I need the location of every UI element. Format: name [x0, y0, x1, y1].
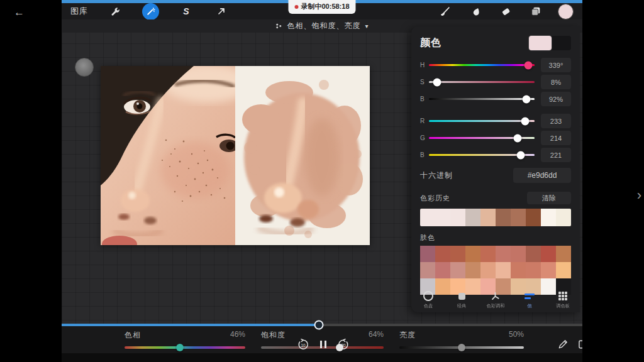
transform-button[interactable] [213, 3, 230, 19]
history-swatch[interactable] [496, 209, 511, 226]
red-slider[interactable] [429, 120, 535, 122]
tab-value[interactable]: 值 [513, 288, 547, 312]
layers-button[interactable] [528, 3, 544, 19]
brightness-adjust-handle[interactable] [458, 344, 465, 351]
skin-swatch[interactable] [556, 262, 571, 278]
transform-arrow-icon [216, 6, 226, 16]
harmony-icon [491, 292, 500, 300]
magic-wand-icon [146, 6, 156, 16]
recording-badge[interactable]: 录制中00:58:18 [288, 0, 355, 14]
selection-button[interactable]: S [178, 3, 194, 19]
brightness-adjust-slider[interactable] [399, 346, 524, 349]
skin-swatch[interactable] [511, 262, 526, 278]
actions-wrench-button[interactable] [107, 3, 123, 19]
history-swatch[interactable] [420, 209, 435, 226]
skin-swatch[interactable] [465, 246, 480, 262]
hue-slider[interactable] [429, 64, 535, 66]
skin-swatch[interactable] [511, 246, 526, 262]
skin-swatch[interactable] [496, 246, 511, 262]
color-history-strip [420, 209, 571, 226]
skin-swatch[interactable] [420, 262, 435, 278]
skin-swatch[interactable] [480, 262, 496, 278]
painted-study [235, 66, 370, 245]
current-color-button[interactable] [558, 4, 574, 19]
skin-swatch[interactable] [556, 246, 571, 262]
selection-s-icon: S [183, 6, 189, 16]
primary-color-swatch[interactable] [529, 36, 552, 50]
blue-value[interactable]: 221 [541, 148, 571, 162]
brightness-value[interactable]: 92% [541, 92, 571, 106]
hue-adjust-value: 46% [230, 330, 245, 341]
tab-classic[interactable]: 经典 [445, 288, 479, 312]
skin-swatch[interactable] [435, 246, 450, 262]
red-value[interactable]: 233 [541, 114, 571, 128]
history-swatch[interactable] [465, 209, 480, 226]
tab-harmony[interactable]: 色彩调和 [479, 288, 513, 312]
history-swatch[interactable] [450, 209, 465, 226]
skin-swatch[interactable] [420, 246, 435, 262]
skin-swatch[interactable] [450, 246, 465, 262]
clear-history-button[interactable]: 清除 [527, 192, 571, 204]
annotate-button[interactable] [557, 339, 569, 350]
brush-button[interactable] [437, 3, 453, 19]
history-swatch[interactable] [556, 209, 571, 226]
hue-value[interactable]: 339° [541, 58, 571, 72]
blue-slider[interactable] [429, 154, 535, 156]
green-slider[interactable] [429, 137, 535, 139]
back-arrow-icon[interactable]: ← [14, 6, 25, 19]
color-panel-title: 颜色 [420, 36, 441, 50]
hex-value-field[interactable]: #e9d6dd [513, 168, 571, 183]
tab-disc[interactable]: 色盘 [411, 288, 445, 312]
green-label: G [420, 134, 429, 141]
red-handle[interactable] [521, 117, 529, 125]
adjust-dropdown-label: 色相、饱和度、亮度 [287, 21, 360, 31]
red-label: R [420, 118, 429, 124]
brightness-slider[interactable] [429, 98, 535, 100]
skin-swatch[interactable] [496, 262, 511, 278]
procreate-app: 图库 S [62, 0, 582, 362]
brightness-handle[interactable] [522, 95, 530, 103]
history-swatch[interactable] [526, 209, 541, 226]
eraser-button[interactable] [497, 3, 514, 19]
pause-button[interactable] [318, 339, 329, 350]
hue-adjust-handle[interactable] [176, 344, 184, 351]
hue-handle[interactable] [524, 61, 532, 69]
history-swatch[interactable] [435, 209, 450, 226]
skin-swatch[interactable] [541, 262, 556, 278]
next-page-icon[interactable]: › [637, 187, 641, 204]
tab-palettes[interactable]: 调色板 [546, 288, 580, 312]
green-value[interactable]: 214 [541, 131, 571, 145]
gallery-button[interactable]: 图库 [70, 6, 88, 17]
secondary-color-swatch[interactable] [548, 36, 571, 50]
history-swatch[interactable] [480, 209, 496, 226]
artwork-canvas[interactable] [101, 66, 370, 245]
blue-handle[interactable] [517, 151, 525, 159]
saturation-slider[interactable] [429, 81, 535, 83]
video-scrub-handle[interactable] [314, 321, 323, 330]
skin-swatch[interactable] [450, 262, 465, 278]
pause-icon [320, 341, 326, 348]
palettes-icon [558, 292, 567, 300]
forward-30-button[interactable]: 30 [338, 339, 349, 350]
history-swatch[interactable] [541, 209, 556, 226]
saturation-value[interactable]: 8% [541, 75, 571, 89]
saturation-adjust-label: 饱和度 [261, 330, 286, 341]
paint-tools-group [437, 3, 582, 19]
skin-swatch[interactable] [526, 246, 541, 262]
adjustments-button[interactable] [142, 3, 159, 20]
rewind-10-button[interactable]: 10 [297, 339, 309, 350]
smudge-button[interactable] [467, 3, 484, 19]
green-handle[interactable] [514, 134, 522, 142]
skin-swatch[interactable] [435, 262, 450, 278]
history-swatch[interactable] [511, 209, 526, 226]
hue-adjust-slider[interactable] [125, 346, 245, 349]
classic-icon [458, 292, 465, 300]
skin-swatch[interactable] [465, 262, 480, 278]
skin-swatch[interactable] [541, 246, 556, 262]
skin-swatch[interactable] [480, 246, 496, 262]
hue-adjust-group: 色相 46% [125, 330, 245, 349]
hue-slider-row: H 339° [420, 57, 571, 74]
history-label: 色彩历史 [420, 194, 450, 203]
saturation-handle[interactable] [433, 78, 441, 86]
skin-swatch[interactable] [526, 262, 541, 278]
